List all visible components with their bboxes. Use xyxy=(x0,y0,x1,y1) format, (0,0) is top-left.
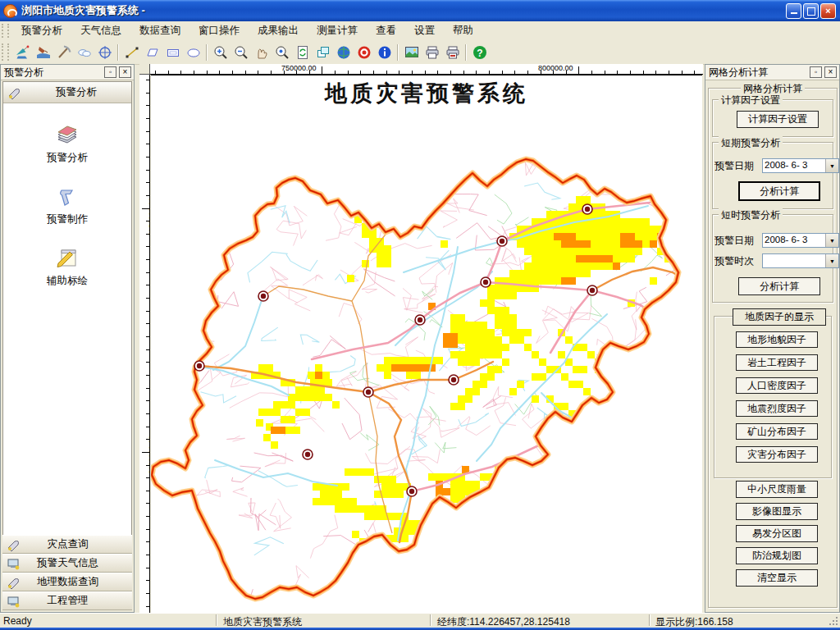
locate-icon[interactable] xyxy=(94,42,115,63)
info-icon[interactable] xyxy=(374,42,395,63)
chevron-down-icon[interactable]: ▼ xyxy=(825,234,838,247)
sidebar-item-label: 辅助标绘 xyxy=(47,275,88,286)
town-marker[interactable] xyxy=(363,387,373,397)
factor-button-2[interactable]: 人口密度因子 xyxy=(736,377,818,394)
factor-button-1[interactable]: 岩土工程因子 xyxy=(736,354,818,371)
factor-button-5[interactable]: 灾害分布因子 xyxy=(736,446,818,463)
close-icon[interactable]: × xyxy=(824,66,837,78)
print-preview-icon[interactable] xyxy=(442,42,463,63)
left-panel-title-bar[interactable]: 预警分析 ◦ × xyxy=(1,65,134,80)
close-button[interactable]: × xyxy=(820,3,836,19)
pan-icon[interactable] xyxy=(251,42,272,63)
section-header[interactable]: 预警分析 xyxy=(3,82,131,103)
town-marker[interactable] xyxy=(258,291,268,301)
toolbar-grip[interactable] xyxy=(2,43,9,60)
bottom-bar-1[interactable]: 预警天气信息 xyxy=(2,554,132,573)
ruler-tick xyxy=(437,71,438,74)
zoom-out-icon[interactable] xyxy=(231,42,251,63)
display-button-4[interactable]: 清空显示 xyxy=(736,569,818,587)
right-panel-title-bar[interactable]: 网格分析计算 ◦ × xyxy=(705,65,839,80)
factor-button-4[interactable]: 矿山分布因子 xyxy=(736,423,818,440)
display-button-0[interactable]: 中小尺度雨量 xyxy=(736,481,818,498)
bottom-bar-2[interactable]: 地理数据查询 xyxy=(2,573,132,591)
bottom-bar-0[interactable]: 灾点查询 xyxy=(2,535,132,554)
factor-setting-button[interactable]: 计算因子设置 xyxy=(737,111,819,128)
menu-item-8[interactable]: 帮助 xyxy=(444,21,482,40)
toolbar-separator xyxy=(465,44,467,61)
town-marker[interactable] xyxy=(415,315,425,325)
menu-item-3[interactable]: 窗口操作 xyxy=(189,21,249,40)
short-term-date-combo[interactable]: 2008- 6- 3 ▼ xyxy=(762,158,839,173)
short-time-date-combo[interactable]: 2008- 6- 3 ▼ xyxy=(762,233,839,248)
short-term-analyze-button[interactable]: 分析计算 xyxy=(738,181,820,201)
globe-icon[interactable] xyxy=(333,42,354,63)
terrain-icon[interactable] xyxy=(33,42,53,63)
ruler-tick xyxy=(630,71,631,74)
ruler-tick xyxy=(591,71,592,74)
ruler-tick xyxy=(489,71,490,74)
zoom-select-icon[interactable] xyxy=(272,42,292,63)
ruler-tick xyxy=(146,298,149,299)
town-marker[interactable] xyxy=(303,450,313,459)
ruler-tick xyxy=(348,71,349,74)
stop-icon[interactable] xyxy=(354,42,374,63)
ruler-tick xyxy=(207,71,208,74)
short-time-times-row: 预警时次 xyxy=(714,254,754,268)
menu-item-0[interactable]: 预警分析 xyxy=(12,21,71,40)
factor-button-0[interactable]: 地形地貌因子 xyxy=(736,331,818,348)
short-time-times-combo[interactable]: ▼ xyxy=(762,253,839,268)
town-marker[interactable] xyxy=(582,204,592,214)
chevron-down-icon[interactable]: ▼ xyxy=(825,254,838,267)
resize-grip[interactable] xyxy=(829,616,838,626)
section-header-label: 预警分析 xyxy=(21,85,131,99)
title-bar[interactable]: 浏阳市地质灾害预警系统 - × xyxy=(0,0,840,21)
rectangle-icon[interactable] xyxy=(162,42,183,63)
ellipse-icon[interactable] xyxy=(183,42,203,63)
map-canvas[interactable]: 地质灾害预警系统 xyxy=(151,75,702,613)
menu-item-7[interactable]: 设置 xyxy=(405,21,444,40)
sidebar-item-2[interactable]: 辅助标绘 xyxy=(3,244,131,288)
menu-item-5[interactable]: 测量计算 xyxy=(308,21,367,40)
sidebar-item-1[interactable]: 预警制作 xyxy=(3,183,131,226)
display-button-2[interactable]: 易发分区图 xyxy=(736,525,818,542)
print-icon[interactable] xyxy=(422,42,442,63)
zoom-in-icon[interactable] xyxy=(210,42,231,63)
menu-item-2[interactable]: 数据查询 xyxy=(130,21,189,40)
town-marker[interactable] xyxy=(407,486,417,496)
pin-icon[interactable]: ◦ xyxy=(104,66,116,78)
factor-display-header-button[interactable]: 地质因子的显示 xyxy=(733,308,826,326)
town-marker[interactable] xyxy=(449,375,459,385)
town-marker[interactable] xyxy=(194,361,204,371)
display-button-1[interactable]: 影像图显示 xyxy=(736,503,818,520)
display-button-3[interactable]: 防治规划图 xyxy=(736,547,818,564)
bottom-bar-3[interactable]: 工程管理 xyxy=(2,591,132,610)
maximize-button[interactable] xyxy=(803,3,819,19)
line-icon[interactable] xyxy=(121,42,142,63)
short-time-analyze-button[interactable]: 分析计算 xyxy=(738,277,820,295)
menu-grip[interactable] xyxy=(2,24,9,37)
satellite-icon[interactable] xyxy=(12,42,33,63)
chevron-down-icon[interactable]: ▼ xyxy=(825,159,838,172)
polygon-icon[interactable] xyxy=(142,42,162,63)
close-icon[interactable]: × xyxy=(119,66,131,78)
image-icon[interactable] xyxy=(401,42,422,63)
status-separator xyxy=(216,614,217,626)
town-marker[interactable] xyxy=(587,285,597,295)
factor-button-3[interactable]: 地震烈度因子 xyxy=(736,400,818,417)
minimize-button[interactable] xyxy=(786,3,801,19)
cascade-icon[interactable] xyxy=(313,42,333,63)
refresh-icon[interactable] xyxy=(292,42,313,63)
cloud-icon[interactable] xyxy=(74,42,94,63)
menu-item-4[interactable]: 成果输出 xyxy=(249,21,308,40)
help-icon[interactable]: ? xyxy=(469,42,490,63)
menu-item-6[interactable]: 查看 xyxy=(367,21,405,40)
menu-item-1[interactable]: 天气信息 xyxy=(71,21,130,40)
pin-icon[interactable]: ◦ xyxy=(810,66,822,78)
bottom-bar-label: 地理数据查询 xyxy=(20,575,116,589)
town-marker[interactable] xyxy=(481,277,491,287)
sidebar-item-0[interactable]: 预警分析 xyxy=(3,121,131,165)
pick-icon[interactable] xyxy=(53,42,74,63)
town-marker[interactable] xyxy=(497,236,507,246)
short-term-label: 短期预警分析 xyxy=(719,136,783,150)
map-drawing[interactable]: 地质灾害预警系统 xyxy=(151,75,702,614)
